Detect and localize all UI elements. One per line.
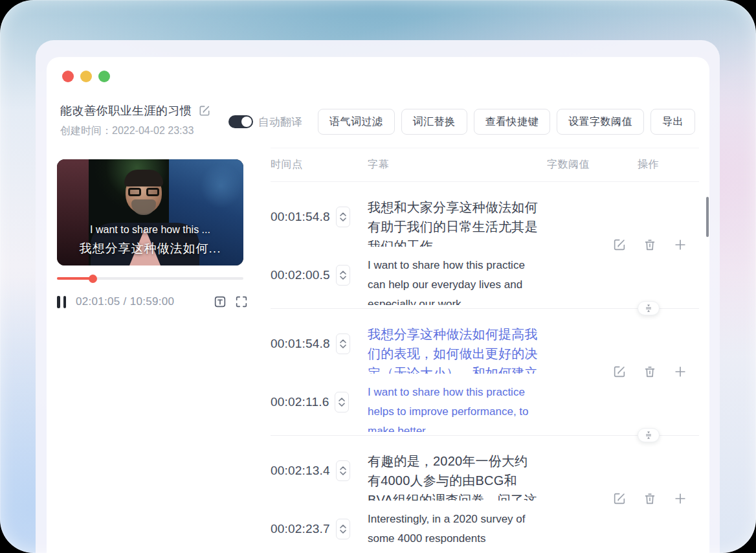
edit-subtitle-button[interactable] [612, 365, 627, 379]
pause-button[interactable] [57, 296, 66, 308]
zoom-window-button[interactable] [98, 71, 110, 82]
vocab-replace-button[interactable]: 词汇替换 [401, 109, 467, 135]
time-stepper[interactable] [336, 265, 350, 286]
delete-subtitle-button[interactable] [643, 238, 657, 252]
time-stepper[interactable] [336, 460, 350, 481]
time-stepper[interactable] [335, 392, 349, 412]
speaker-hair [124, 170, 163, 186]
edit-title-icon[interactable] [198, 104, 211, 117]
player-panel: I want to share how this ... 我想分享这种做法如何.… [57, 159, 243, 309]
table-header: 时间点 字幕 字数阈值 操作 [271, 148, 699, 182]
timestamp: 00:01:54.8 [271, 334, 330, 354]
subtitle-group: 00:02:13.4 有趣的是，2020年一份大约有4000人参与的由BCG和B… [271, 436, 699, 553]
minimize-window-button[interactable] [80, 71, 92, 82]
subtitle-text[interactable]: 有趣的是，2020年一份大约有4000人参与的由BCG和BVA组织的调查问卷，问… [368, 451, 539, 501]
app-window: 能改善你职业生涯的习惯 创建时间：2022-04-02 23:33 自动翻译 语… [47, 57, 709, 553]
edit-subtitle-button[interactable] [612, 238, 627, 252]
add-subtitle-button[interactable] [673, 491, 687, 506]
timestamp: 00:02:13.4 [271, 461, 330, 480]
fullscreen-button[interactable] [234, 295, 249, 309]
subtitle-group-active: 00:01:54.8 我想分享这种做法如何提高我们的表现，如何做出更好的决定（无… [271, 309, 699, 436]
page-title: 能改善你职业生涯的习惯 [60, 103, 192, 119]
app-background: 能改善你职业生涯的习惯 创建时间：2022-04-02 23:33 自动翻译 语… [0, 0, 756, 553]
view-shortcuts-button[interactable]: 查看快捷键 [474, 109, 551, 135]
player-controls: 02:01:05 / 10:59:00 [57, 295, 249, 309]
scrollbar-thumb[interactable] [706, 197, 709, 237]
subtitle-text[interactable]: I want to share how this practice helps … [368, 383, 539, 432]
timestamp: 00:02:23.7 [271, 519, 330, 539]
window-controls [62, 71, 110, 82]
progress-fill [57, 277, 93, 280]
delete-subtitle-button[interactable] [643, 365, 657, 379]
playback-time: 02:01:05 / 10:59:00 [76, 295, 174, 308]
row-actions [612, 491, 687, 506]
edit-subtitle-button[interactable] [612, 491, 627, 506]
video-progress-bar[interactable] [57, 277, 243, 280]
video-subtitle-zh: 我想分享这种做法如何... [57, 240, 243, 257]
delete-subtitle-button[interactable] [643, 491, 657, 506]
subtitle-style-button[interactable] [213, 295, 227, 309]
progress-handle[interactable] [89, 275, 97, 283]
time-stepper[interactable] [336, 333, 350, 354]
header: 能改善你职业生涯的习惯 创建时间：2022-04-02 23:33 [60, 103, 211, 138]
video-subtitle-en: I want to share how this ... [57, 224, 243, 236]
subtitle-table: 时间点 字幕 字数阈值 操作 00:01:54.8 [271, 148, 699, 553]
time-stepper[interactable] [336, 207, 350, 227]
speaker-glasses [128, 188, 159, 196]
table-row: 00:02:11.6 I want to share how this prac… [271, 383, 699, 432]
time-stepper[interactable] [336, 519, 350, 539]
close-window-button[interactable] [62, 71, 74, 82]
col-header-time: 时间点 [271, 158, 368, 172]
subtitle-text[interactable]: I want to share how this practice can he… [368, 256, 539, 305]
col-header-subtitle: 字幕 [368, 158, 547, 172]
table-row: 00:02:23.7 Interestingly, in a 2020 surv… [271, 510, 699, 553]
table-row: 00:02:00.5 I want to share how this prac… [271, 256, 699, 305]
subtitle-text[interactable]: 我想和大家分享这种做法如何有助于我们的日常生活尤其是我们的工作 [368, 198, 539, 247]
auto-translate-label: 自动翻译 [258, 115, 302, 130]
created-time: 创建时间：2022-04-02 23:33 [60, 124, 211, 138]
window-shell: 能改善你职业生涯的习惯 创建时间：2022-04-02 23:33 自动翻译 语… [36, 40, 720, 553]
export-button[interactable]: 导出 [650, 109, 695, 135]
timestamp: 00:02:11.6 [271, 392, 329, 412]
add-subtitle-button[interactable] [673, 238, 687, 252]
subtitle-text[interactable]: Interestingly, in a 2020 survey of some … [368, 510, 539, 553]
video-thumbnail[interactable]: I want to share how this ... 我想分享这种做法如何.… [57, 159, 243, 265]
timestamp: 00:02:00.5 [271, 265, 330, 285]
col-header-threshold: 字数阈值 [547, 158, 638, 172]
filter-filler-words-button[interactable]: 语气词过滤 [318, 109, 395, 135]
subtitle-text[interactable]: 我想分享这种做法如何提高我们的表现，如何做出更好的决定（无论大小）、和如何建立 [368, 324, 539, 374]
subtitle-group: 00:01:54.8 我想和大家分享这种做法如何有助于我们的日常生活尤其是我们的… [271, 182, 699, 309]
timestamp: 00:01:54.8 [271, 207, 330, 227]
set-word-threshold-button[interactable]: 设置字数阈值 [557, 109, 644, 135]
video-subtitles: I want to share how this ... 我想分享这种做法如何.… [57, 224, 243, 257]
col-header-actions: 操作 [638, 158, 699, 172]
row-actions [612, 238, 687, 252]
toolbar: 自动翻译 语气词过滤 词汇替换 查看快捷键 设置字数阈值 导出 [228, 109, 695, 135]
auto-translate-toggle[interactable] [228, 115, 253, 128]
add-subtitle-button[interactable] [673, 365, 687, 379]
row-actions [612, 365, 687, 379]
